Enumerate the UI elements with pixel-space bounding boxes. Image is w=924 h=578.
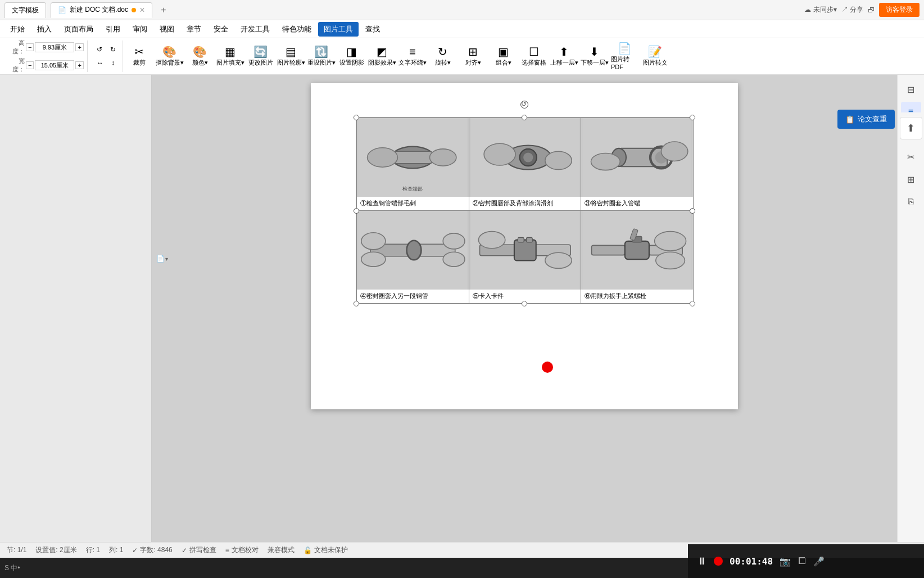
rotate-left-btn[interactable]: ↺ <box>93 43 106 56</box>
handle-mid-right[interactable] <box>690 208 695 214</box>
table-cell-3: ③将密封圈套入管端 <box>581 118 694 211</box>
crop-button[interactable]: ✂ 裁剪 <box>125 42 153 71</box>
remove-bg-icon: 🎨 <box>162 46 176 57</box>
ribbon-tab-layout[interactable]: 页面布局 <box>58 22 99 37</box>
text-wrap-button[interactable]: ≡ 文字环绕▾ <box>398 42 427 71</box>
handle-bot-mid[interactable] <box>522 301 527 306</box>
ribbon-tab-find[interactable]: 查找 <box>360 22 386 37</box>
handle-top-mid[interactable] <box>522 115 527 120</box>
svg-point-34 <box>545 252 572 268</box>
doc-align[interactable]: ≡ 文档校对 <box>225 545 259 555</box>
ribbon-tab-home[interactable]: 开始 <box>4 22 30 37</box>
ribbon: 开始 插入 页面布局 引用 审阅 视图 章节 安全 开发工具 特色功能 图片工具… <box>0 20 924 75</box>
handle-rotate[interactable] <box>520 101 528 109</box>
to-text-button[interactable]: 📝 图片转文 <box>641 42 669 71</box>
zoom-out-button[interactable]: ⊟ <box>901 79 921 100</box>
login-button[interactable]: 访客登录 <box>879 3 920 17</box>
ribbon-tab-devtools[interactable]: 开发工具 <box>235 22 275 37</box>
ribbon-tab-review[interactable]: 审阅 <box>127 22 153 37</box>
rotate-icon: ↻ <box>438 46 447 57</box>
height-input[interactable] <box>35 42 74 52</box>
move-down-button[interactable]: ⬇ 下移一层▾ <box>581 42 609 71</box>
handle-top-left[interactable] <box>354 115 359 120</box>
copy-button[interactable]: ⎘ <box>901 192 921 212</box>
change-img-button[interactable]: 🔄 更改图片 <box>247 42 275 71</box>
reset-img-button[interactable]: 🔃 重设图片▾ <box>307 42 336 71</box>
flip-h-btn[interactable]: ↔ <box>93 57 107 69</box>
text-wrap-icon: ≡ <box>409 46 416 57</box>
handle-mid-left[interactable] <box>354 208 359 214</box>
cell-6-label: ⑥用限力扳手上紧螺栓 <box>581 290 693 303</box>
ribbon-tab-chapter[interactable]: 章节 <box>181 22 207 37</box>
rotate-button[interactable]: ↻ 旋转▾ <box>429 42 457 71</box>
upload-button[interactable]: ⬆ <box>900 117 922 139</box>
height-plus[interactable]: + <box>75 43 83 51</box>
ribbon-tab-special[interactable]: 特色功能 <box>277 22 317 37</box>
flip-v-btn[interactable]: ↕ <box>108 57 118 69</box>
mic-button[interactable]: 🎤 <box>813 556 825 567</box>
tab-doc[interactable]: 📄 新建 DOC 文档.doc ✕ <box>51 2 152 18</box>
screen-button[interactable]: ⧠ <box>798 556 807 566</box>
row-info: 行: 1 <box>86 545 100 555</box>
width-input[interactable] <box>35 60 74 70</box>
doc-tool-icon: 📄 <box>156 255 165 263</box>
align-button[interactable]: ⊞ 对齐▾ <box>459 42 487 71</box>
outline-button[interactable]: ▤ 图片轮廓▾ <box>277 42 305 71</box>
svg-point-33 <box>478 232 505 249</box>
tab-templates[interactable]: 文字模板 <box>4 2 46 18</box>
plagiarism-label: 论文查重 <box>858 114 887 124</box>
cell-5-image <box>469 211 581 290</box>
plagiarism-check-button[interactable]: 📋 论文查重 <box>837 110 895 129</box>
to-pdf-button[interactable]: 📄 图片转PDF <box>611 42 639 71</box>
ribbon-tab-security[interactable]: 安全 <box>208 22 234 37</box>
ribbon-tab-ref[interactable]: 引用 <box>100 22 126 37</box>
crop-tool-button[interactable]: ✂ <box>901 147 921 167</box>
svg-point-25 <box>361 252 386 267</box>
sync-button[interactable]: ☁ 未同步▾ <box>804 5 836 15</box>
ribbon-tab-view[interactable]: 视图 <box>154 22 180 37</box>
shadow-effect-button[interactable]: ◩ 阴影效果▾ <box>368 42 396 71</box>
play-pause-button[interactable]: ⏸ <box>697 556 707 567</box>
color-button[interactable]: 🎨 颜色▾ <box>186 42 214 71</box>
cell-3-content: ③将密封圈套入管端 <box>581 118 693 210</box>
pipe-img-4 <box>357 211 469 290</box>
group-icon: ▣ <box>498 46 509 57</box>
camera-button[interactable]: 📷 <box>780 556 791 567</box>
plagiarism-icon: 📋 <box>845 115 854 124</box>
change-img-label: 更改图片 <box>248 58 273 67</box>
spell-icon: ✓ <box>182 547 187 554</box>
add-tab-button[interactable]: + <box>157 3 170 17</box>
fill-button[interactable]: ▦ 图片填充▾ <box>216 42 244 71</box>
pipe-img-2 <box>469 118 581 197</box>
grid-button[interactable]: ⊞ <box>901 169 921 189</box>
shadow-label: 设置阴影 <box>339 58 364 67</box>
move-up-button[interactable]: ⬆ 上移一层▾ <box>550 42 578 71</box>
remove-bg-button[interactable]: 🎨 抠除背景▾ <box>156 42 184 71</box>
group-button[interactable]: ▣ 组合▾ <box>490 42 518 71</box>
table-cell-1: 检查端部 ①检查钢管端部毛刺 <box>357 118 469 211</box>
svg-rect-32 <box>526 237 532 242</box>
doc-tools[interactable]: 📄 ▾ <box>156 255 168 263</box>
record-indicator <box>714 557 723 566</box>
select-pane-button[interactable]: ☐ 选择窗格 <box>520 42 548 71</box>
width-minus[interactable]: − <box>26 61 34 69</box>
remove-bg-label: 抠除背景▾ <box>156 58 184 67</box>
height-minus[interactable]: − <box>26 43 34 51</box>
ribbon-tab-imgtools[interactable]: 图片工具 <box>318 22 359 37</box>
shadow-button[interactable]: ◨ 设置阴影 <box>338 42 366 71</box>
size-inputs: 高度： − + 宽度： − + <box>8 39 84 74</box>
tab-close-icon[interactable]: ✕ <box>139 6 145 14</box>
spell-check[interactable]: ✓ 拼写检查 <box>182 545 216 555</box>
handle-top-right[interactable] <box>690 115 695 120</box>
doc-tool-dropdown[interactable]: ▾ <box>165 256 168 262</box>
share-button[interactable]: ↗ 分享 <box>841 5 863 15</box>
width-plus[interactable]: + <box>75 61 83 69</box>
ribbon-tab-insert[interactable]: 插入 <box>31 22 57 37</box>
image-grid-wrapper[interactable]: 检查端部 ①检查钢管端部毛刺 <box>356 117 693 304</box>
text-wrap-label: 文字环绕▾ <box>398 58 427 67</box>
window-control-restore[interactable]: 🗗 <box>868 6 875 14</box>
handle-bot-right[interactable] <box>690 301 695 306</box>
rotate-right-btn[interactable]: ↻ <box>107 43 119 56</box>
handle-bot-left[interactable] <box>354 301 359 306</box>
top-right-actions: ☁ 未同步▾ ↗ 分享 🗗 访客登录 <box>804 3 920 17</box>
